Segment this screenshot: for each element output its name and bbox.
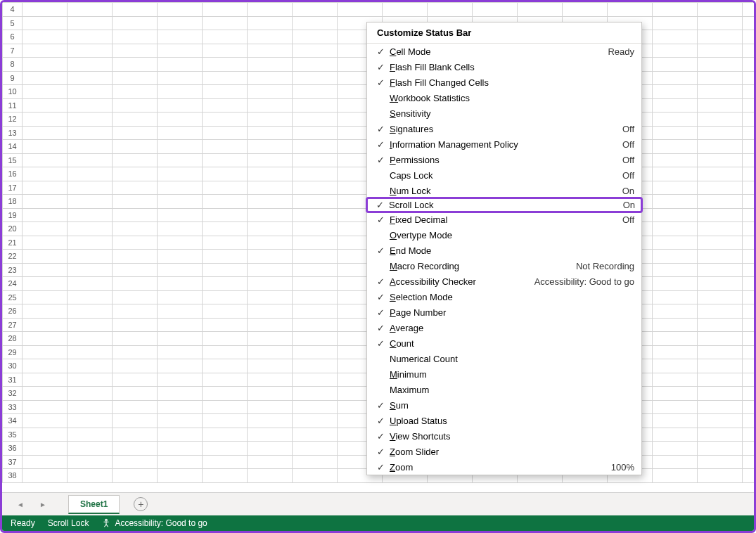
row-header[interactable]: 27 bbox=[3, 318, 23, 332]
cell[interactable] bbox=[113, 442, 158, 456]
cell[interactable] bbox=[293, 181, 338, 195]
cell[interactable] bbox=[23, 195, 68, 209]
cell[interactable] bbox=[653, 3, 698, 17]
cell[interactable] bbox=[68, 195, 113, 209]
menu-item-numerical-count[interactable]: Numerical Count bbox=[367, 351, 641, 366]
cell[interactable] bbox=[743, 414, 755, 428]
cell[interactable] bbox=[293, 442, 338, 456]
cell[interactable] bbox=[203, 250, 248, 264]
cell[interactable] bbox=[653, 58, 698, 72]
menu-item-sum[interactable]: ✓Sum bbox=[367, 397, 641, 413]
cell[interactable] bbox=[23, 455, 68, 469]
cell[interactable] bbox=[293, 387, 338, 401]
cell[interactable] bbox=[698, 71, 743, 85]
cell[interactable] bbox=[518, 3, 563, 17]
row-header[interactable]: 32 bbox=[3, 387, 23, 401]
cell[interactable] bbox=[23, 359, 68, 373]
cell[interactable] bbox=[23, 373, 68, 387]
cell[interactable] bbox=[293, 414, 338, 428]
cell[interactable] bbox=[743, 373, 755, 387]
cell[interactable] bbox=[113, 400, 158, 414]
cell[interactable] bbox=[113, 16, 158, 30]
cell[interactable] bbox=[653, 387, 698, 401]
cell[interactable] bbox=[68, 263, 113, 277]
cell[interactable] bbox=[743, 290, 755, 304]
menu-item-selection-mode[interactable]: ✓Selection Mode bbox=[367, 289, 641, 304]
cell[interactable] bbox=[293, 332, 338, 346]
cell[interactable] bbox=[698, 318, 743, 332]
cell[interactable] bbox=[23, 3, 68, 17]
cell[interactable] bbox=[293, 318, 338, 332]
cell[interactable] bbox=[653, 414, 698, 428]
cell[interactable] bbox=[653, 442, 698, 456]
cell[interactable] bbox=[68, 222, 113, 236]
cell[interactable] bbox=[158, 44, 203, 58]
cell[interactable] bbox=[158, 277, 203, 291]
cell[interactable] bbox=[203, 85, 248, 99]
cell[interactable] bbox=[743, 98, 755, 113]
cell[interactable] bbox=[158, 414, 203, 428]
cell[interactable] bbox=[68, 153, 113, 167]
row-header[interactable]: 28 bbox=[3, 332, 23, 346]
cell[interactable] bbox=[113, 98, 158, 113]
cell[interactable] bbox=[158, 400, 203, 414]
cell[interactable] bbox=[248, 318, 293, 332]
cell[interactable] bbox=[113, 113, 158, 127]
cell[interactable] bbox=[113, 455, 158, 469]
cell[interactable] bbox=[698, 58, 743, 72]
cell[interactable] bbox=[293, 428, 338, 442]
cell[interactable] bbox=[158, 290, 203, 304]
cell[interactable] bbox=[23, 85, 68, 99]
cell[interactable] bbox=[68, 373, 113, 387]
cell[interactable] bbox=[743, 469, 755, 483]
cell[interactable] bbox=[743, 3, 755, 17]
cell[interactable] bbox=[248, 414, 293, 428]
cell[interactable] bbox=[698, 140, 743, 154]
cell[interactable] bbox=[68, 345, 113, 359]
cell[interactable] bbox=[113, 290, 158, 304]
cell[interactable] bbox=[68, 414, 113, 428]
cell[interactable] bbox=[653, 153, 698, 167]
cell[interactable] bbox=[113, 263, 158, 277]
cell[interactable] bbox=[113, 58, 158, 72]
row-header[interactable]: 35 bbox=[3, 428, 23, 442]
row-header[interactable]: 7 bbox=[3, 44, 23, 58]
cell[interactable] bbox=[203, 304, 248, 319]
cell[interactable] bbox=[248, 345, 293, 359]
row-header[interactable]: 11 bbox=[3, 98, 23, 113]
cell[interactable] bbox=[248, 332, 293, 346]
cell[interactable] bbox=[113, 195, 158, 209]
cell[interactable] bbox=[293, 469, 338, 483]
menu-item-accessibility-checker[interactable]: ✓Accessibility CheckerAccessibility: Goo… bbox=[367, 274, 641, 289]
cell[interactable] bbox=[248, 208, 293, 222]
row-header[interactable]: 12 bbox=[3, 113, 23, 127]
row-header[interactable]: 36 bbox=[3, 442, 23, 456]
cell[interactable] bbox=[743, 16, 755, 30]
cell[interactable] bbox=[68, 3, 113, 17]
cell[interactable] bbox=[113, 318, 158, 332]
tab-nav-prev-icon[interactable]: ◄ bbox=[13, 497, 27, 511]
cell[interactable] bbox=[158, 387, 203, 401]
row-header[interactable]: 38 bbox=[3, 469, 23, 483]
cell[interactable] bbox=[293, 263, 338, 277]
cell[interactable] bbox=[743, 85, 755, 99]
menu-item-overtype-mode[interactable]: Overtype Mode bbox=[367, 227, 641, 243]
menu-item-workbook-statistics[interactable]: Workbook Statistics bbox=[367, 90, 641, 105]
cell[interactable] bbox=[113, 222, 158, 236]
row-header[interactable]: 25 bbox=[3, 290, 23, 304]
cell[interactable] bbox=[698, 345, 743, 359]
cell[interactable] bbox=[113, 332, 158, 346]
cell[interactable] bbox=[293, 16, 338, 30]
cell[interactable] bbox=[743, 250, 755, 264]
cell[interactable] bbox=[23, 250, 68, 264]
cell[interactable] bbox=[653, 208, 698, 222]
cell[interactable] bbox=[23, 428, 68, 442]
cell[interactable] bbox=[23, 113, 68, 127]
cell[interactable] bbox=[293, 140, 338, 154]
cell[interactable] bbox=[293, 85, 338, 99]
cell[interactable] bbox=[743, 140, 755, 154]
row-header[interactable]: 24 bbox=[3, 277, 23, 291]
cell[interactable] bbox=[248, 30, 293, 44]
cell[interactable] bbox=[158, 98, 203, 113]
cell[interactable] bbox=[203, 290, 248, 304]
